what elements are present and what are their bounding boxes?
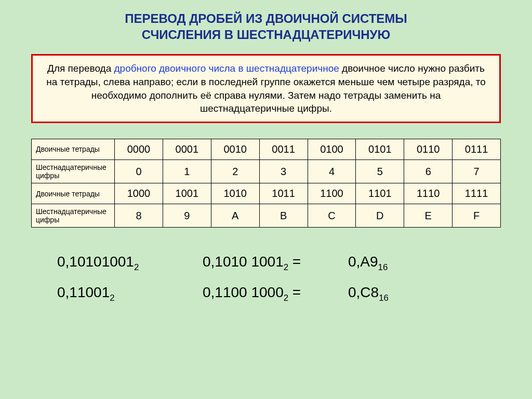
cell: E [404, 204, 453, 228]
example-row: 0,101010012 0,1010 10012 = 0,A916 [57, 254, 501, 273]
cell: 8 [115, 204, 163, 228]
example-src: 0,110012 [57, 284, 203, 303]
cell: 0010 [211, 139, 259, 159]
equals: = [288, 284, 301, 300]
title-line-1: ПЕРЕВОД ДРОБЕЙ ИЗ ДВОИЧНОЙ СИСТЕМЫ [125, 11, 407, 25]
num: 0,11001 [57, 284, 110, 300]
num: 0,1010 1001 [203, 254, 284, 270]
num: 0,10101001 [57, 254, 134, 270]
example-result: 0,A916 [348, 254, 388, 273]
base-sub: 2 [110, 293, 114, 303]
cell: 1 [163, 159, 211, 183]
cell: 0001 [163, 139, 211, 159]
cell: 0101 [356, 139, 404, 159]
page-title: ПЕРЕВОД ДРОБЕЙ ИЗ ДВОИЧНОЙ СИСТЕМЫ СЧИСЛ… [31, 10, 501, 43]
base-sub: 2 [284, 293, 288, 303]
cell: 2 [211, 159, 259, 183]
example-result: 0,C816 [348, 284, 389, 303]
title-line-2: СЧИСЛЕНИЯ В ШЕСТНАДЦАТЕРИЧНУЮ [142, 28, 391, 42]
cell: B [259, 204, 308, 228]
cell: 1011 [259, 183, 308, 204]
cell: 1000 [115, 183, 163, 204]
cell: 6 [404, 159, 453, 183]
cell: 0110 [404, 139, 453, 159]
cell: 1110 [404, 183, 453, 204]
row-head: Двоичные тетрады [32, 183, 115, 204]
rule-part1: Для перевода [47, 63, 114, 74]
base-sub: 16 [379, 293, 389, 303]
cell: 0011 [259, 139, 308, 159]
cell: 1010 [211, 183, 259, 204]
num: 0,C8 [348, 284, 379, 300]
cell: 1111 [453, 183, 501, 204]
conversion-table: Двоичные тетрады 0000 0001 0010 0011 010… [31, 139, 501, 228]
example-groups: 0,1010 10012 = [203, 254, 348, 273]
cell: 0111 [453, 139, 501, 159]
table-row: Шестнадцатеричные цифры 0 1 2 3 4 5 6 7 [32, 159, 501, 183]
table-row: Двоичные тетрады 1000 1001 1010 1011 110… [32, 183, 501, 204]
row-head: Двоичные тетрады [32, 139, 115, 159]
examples: 0,101010012 0,1010 10012 = 0,A916 0,1100… [31, 254, 501, 303]
cell: 7 [453, 159, 501, 183]
cell: 9 [163, 204, 211, 228]
cell: 1101 [356, 183, 404, 204]
cell: 1001 [163, 183, 211, 204]
rule-highlight: дробного двоичного числа в шестнадцатери… [114, 63, 339, 74]
base-sub: 2 [284, 262, 288, 272]
cell: 0 [115, 159, 163, 183]
rule-box: Для перевода дробного двоичного числа в … [31, 54, 501, 123]
cell: C [308, 204, 356, 228]
num: 0,A9 [348, 254, 378, 270]
cell: 0100 [308, 139, 356, 159]
example-groups: 0,1100 10002 = [203, 284, 348, 303]
cell: 3 [259, 159, 308, 183]
base-sub: 2 [134, 262, 139, 272]
cell: A [211, 204, 259, 228]
num: 0,1100 1000 [203, 284, 284, 300]
example-row: 0,110012 0,1100 10002 = 0,C816 [57, 284, 501, 303]
cell: 1100 [308, 183, 356, 204]
cell: F [453, 204, 501, 228]
equals: = [288, 254, 301, 270]
cell: D [356, 204, 404, 228]
example-src: 0,101010012 [57, 254, 203, 273]
row-head: Шестнадцатеричные цифры [32, 159, 115, 183]
cell: 0000 [115, 139, 163, 159]
table-row: Двоичные тетрады 0000 0001 0010 0011 010… [32, 139, 501, 159]
table-row: Шестнадцатеричные цифры 8 9 A B C D E F [32, 204, 501, 228]
cell: 5 [356, 159, 404, 183]
row-head: Шестнадцатеричные цифры [32, 204, 115, 228]
base-sub: 16 [378, 262, 388, 272]
cell: 4 [308, 159, 356, 183]
